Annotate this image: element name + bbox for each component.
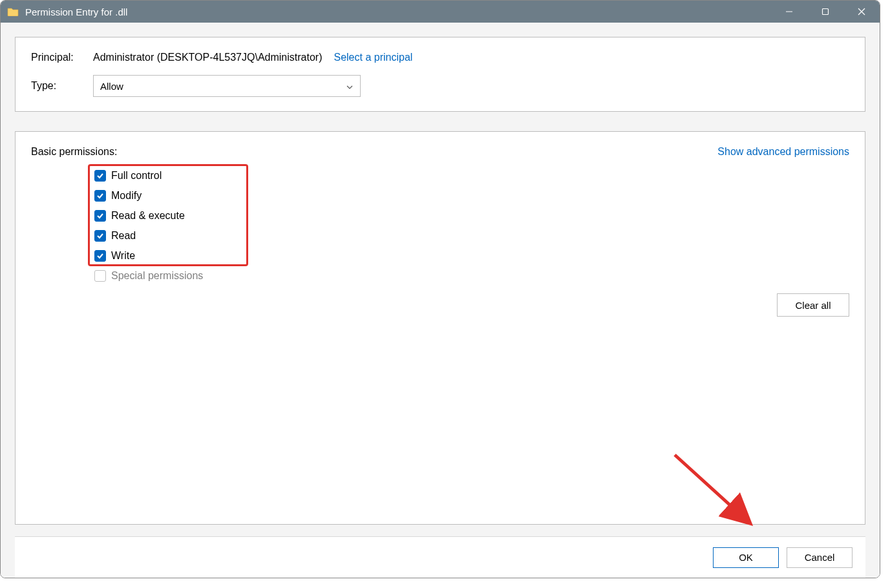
perm-label: Modify <box>111 190 142 202</box>
clear-all-button[interactable]: Clear all <box>777 293 849 317</box>
checkbox-checked-icon <box>94 170 106 182</box>
perm-read[interactable]: Read <box>88 226 203 246</box>
chevron-down-icon <box>346 82 354 90</box>
minimize-button[interactable] <box>771 1 807 23</box>
perm-label: Read & execute <box>111 210 185 222</box>
permission-entry-window: Permission Entry for .dll Principal: Adm… <box>0 0 880 578</box>
titlebar: Permission Entry for .dll <box>1 1 880 23</box>
close-button[interactable] <box>843 1 880 23</box>
perm-label: Read <box>111 230 136 242</box>
type-label: Type: <box>31 80 93 92</box>
svg-line-4 <box>675 455 746 520</box>
principal-row: Principal: Administrator (DESKTOP-4L537J… <box>31 52 849 63</box>
select-principal-link[interactable]: Select a principal <box>334 52 412 63</box>
perm-label: Full control <box>111 170 162 182</box>
perm-write[interactable]: Write <box>88 246 203 266</box>
perm-full-control[interactable]: Full control <box>88 165 203 185</box>
perm-label: Write <box>111 250 135 262</box>
type-select[interactable]: Allow <box>93 75 361 97</box>
checkbox-checked-icon <box>94 230 106 242</box>
principal-type-panel: Principal: Administrator (DESKTOP-4L537J… <box>15 37 865 112</box>
checkbox-checked-icon <box>94 250 106 262</box>
principal-label: Principal: <box>31 52 93 63</box>
window-title: Permission Entry for .dll <box>25 6 127 17</box>
dialog-footer: OK Cancel <box>15 536 865 578</box>
perm-label: Special permissions <box>111 270 203 282</box>
perm-special: Special permissions <box>88 266 203 286</box>
perm-read-execute[interactable]: Read & execute <box>88 205 203 226</box>
folder-icon <box>7 7 19 16</box>
checkbox-checked-icon <box>94 190 106 202</box>
show-advanced-link[interactable]: Show advanced permissions <box>717 146 849 158</box>
ok-button[interactable]: OK <box>713 547 779 568</box>
perm-modify[interactable]: Modify <box>88 185 203 205</box>
checkbox-disabled-icon <box>94 270 106 282</box>
permissions-header: Basic permissions: Show advanced permiss… <box>31 146 849 158</box>
checkbox-checked-icon <box>94 210 106 222</box>
annotation-arrow <box>668 448 772 532</box>
client-area: Principal: Administrator (DESKTOP-4L537J… <box>1 23 880 578</box>
principal-value: Administrator (DESKTOP-4L537JQ\Administr… <box>93 52 322 63</box>
type-row: Type: Allow <box>31 75 849 97</box>
cancel-button[interactable]: Cancel <box>787 547 853 568</box>
type-selected-value: Allow <box>100 81 123 92</box>
permissions-list: Full control Modify Read & execute <box>88 165 203 286</box>
permissions-panel: Basic permissions: Show advanced permiss… <box>15 131 865 525</box>
maximize-button[interactable] <box>807 1 843 23</box>
basic-permissions-title: Basic permissions: <box>31 146 117 158</box>
svg-rect-1 <box>823 9 829 15</box>
